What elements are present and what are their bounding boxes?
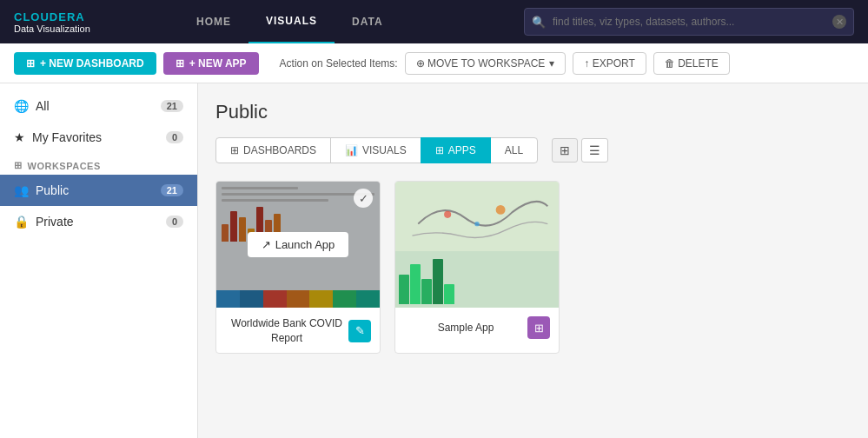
action-label: Action on Selected Items:: [280, 57, 398, 70]
card-covid-title: Worldwide Bank COVID Report: [225, 316, 348, 346]
workspaces-section: ⊞ WORKSPACES: [0, 153, 197, 175]
grid-view-button[interactable]: ⊞: [552, 138, 578, 163]
sidebar-favorites-count: 0: [166, 131, 183, 143]
star-icon: ★: [14, 130, 25, 144]
tab-visuals[interactable]: 📊 VISUALS: [330, 137, 421, 163]
new-dashboard-button[interactable]: ⊞ + NEW DASHBOARD: [14, 52, 156, 75]
dashboards-tab-icon: ⊞: [230, 144, 239, 156]
new-dashboard-icon: ⊞: [26, 57, 35, 70]
card-sample-footer: Sample App ⊞: [395, 308, 559, 346]
workspaces-icon: ⊞: [14, 160, 23, 171]
new-dashboard-label: + NEW DASHBOARD: [40, 57, 144, 70]
launch-icon: ↗: [262, 238, 271, 251]
nav-links: HOME VISUALS DATA: [179, 0, 524, 43]
globe-icon: 🌐: [14, 99, 29, 113]
apps-tab-icon: ⊞: [435, 144, 444, 156]
sidebar-all-label: All: [36, 99, 161, 113]
sidebar-item-public[interactable]: 👥 Public 21: [0, 175, 197, 206]
covid-edit-button[interactable]: ✎: [348, 320, 371, 342]
card-sample: Sample App ⊞: [394, 181, 560, 354]
sidebar-item-favorites[interactable]: ★ My Favorites 0: [0, 122, 197, 153]
content-area: Public ⊞ DASHBOARDS 📊 VISUALS ⊞ APPS ALL…: [198, 83, 868, 438]
all-tab-label: ALL: [505, 144, 523, 156]
search-input[interactable]: [553, 16, 832, 28]
map-svg: [402, 189, 552, 248]
sidebar-item-private[interactable]: 🔒 Private 0: [0, 206, 197, 237]
svg-point-2: [496, 205, 506, 215]
users-icon: 👥: [14, 183, 29, 197]
export-label: ↑ EXPORT: [584, 57, 634, 70]
cards-grid: ↗ Launch App ✓ Worldwide Bank COVID Repo…: [215, 181, 851, 354]
launch-label: Launch App: [275, 238, 335, 251]
sample-app-button[interactable]: ⊞: [527, 316, 550, 339]
sidebar-favorites-label: My Favorites: [32, 130, 166, 144]
card-sample-thumbnail: [395, 182, 559, 308]
card-sample-title: Sample App: [404, 321, 527, 335]
delete-label: 🗑 DELETE: [665, 57, 719, 70]
search-icon: 🔍: [532, 16, 546, 29]
card-covid-footer: Worldwide Bank COVID Report ✎: [216, 308, 380, 353]
visuals-tab-label: VISUALS: [362, 144, 407, 156]
svg-point-1: [474, 222, 479, 226]
sidebar-public-label: Public: [36, 183, 161, 197]
brand-subtitle: Data Visualization: [14, 23, 144, 34]
launch-app-button[interactable]: ↗ Launch App: [248, 232, 349, 257]
brand-name: CLOUDERA: [14, 10, 144, 23]
card-covid-thumbnail: ↗ Launch App ✓: [216, 182, 380, 308]
new-app-button[interactable]: ⊞ + NEW APP: [163, 52, 259, 75]
delete-button[interactable]: 🗑 DELETE: [653, 52, 730, 75]
move-to-workspace-button[interactable]: ⊕ MOVE TO WORKSPACE ▾: [405, 52, 567, 75]
dashboards-tab-label: DASHBOARDS: [243, 144, 316, 156]
chevron-down-icon: ▾: [549, 57, 554, 70]
sidebar-public-count: 21: [161, 184, 183, 196]
visuals-tab-icon: 📊: [345, 144, 358, 156]
export-button[interactable]: ↑ EXPORT: [573, 52, 646, 75]
search-clear-button[interactable]: ✕: [832, 15, 846, 29]
sidebar-item-all[interactable]: 🌐 All 21: [0, 90, 197, 122]
nav-visuals[interactable]: VISUALS: [248, 0, 335, 43]
covid-check-icon[interactable]: ✓: [354, 189, 373, 208]
view-toggle: ⊞ ☰: [552, 138, 608, 163]
tab-dashboards[interactable]: ⊞ DASHBOARDS: [215, 137, 331, 163]
new-app-icon: ⊞: [176, 57, 184, 70]
workspaces-label: WORKSPACES: [28, 161, 101, 171]
sidebar-all-count: 21: [161, 100, 183, 112]
tab-apps[interactable]: ⊞ APPS: [421, 137, 491, 163]
content-tabs: ⊞ DASHBOARDS 📊 VISUALS ⊞ APPS ALL ⊞ ☰: [215, 137, 851, 163]
search-container: 🔍 ✕: [524, 8, 854, 36]
main-layout: 🌐 All 21 ★ My Favorites 0 ⊞ WORKSPACES 👥…: [0, 83, 868, 438]
navbar: CLOUDERA Data Visualization HOME VISUALS…: [0, 0, 868, 43]
sidebar-private-label: Private: [36, 215, 166, 229]
lock-icon: 🔒: [14, 215, 29, 229]
list-view-button[interactable]: ☰: [581, 138, 608, 163]
toolbar: ⊞ + NEW DASHBOARD ⊞ + NEW APP Action on …: [0, 43, 868, 83]
nav-home[interactable]: HOME: [179, 0, 248, 43]
page-title: Public: [215, 101, 851, 123]
apps-tab-label: APPS: [448, 144, 476, 156]
nav-data[interactable]: DATA: [335, 0, 401, 43]
tab-all[interactable]: ALL: [490, 137, 538, 163]
sidebar: 🌐 All 21 ★ My Favorites 0 ⊞ WORKSPACES 👥…: [0, 83, 198, 438]
new-app-label: + NEW APP: [189, 57, 247, 70]
svg-point-0: [444, 211, 451, 218]
move-label: ⊕ MOVE TO WORKSPACE: [416, 57, 546, 70]
sample-thumb-visual: [395, 182, 559, 308]
sidebar-private-count: 0: [166, 216, 183, 228]
card-covid: ↗ Launch App ✓ Worldwide Bank COVID Repo…: [215, 181, 381, 354]
brand: CLOUDERA Data Visualization: [14, 10, 144, 34]
